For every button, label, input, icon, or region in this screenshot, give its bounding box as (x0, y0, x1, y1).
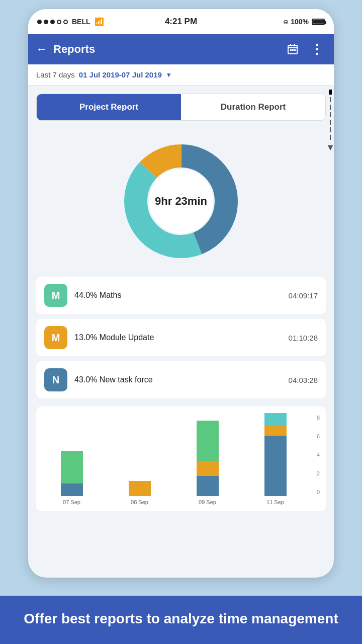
bar-seg-11sep-3 (264, 413, 287, 426)
legend-time-module: 01:10:28 (289, 334, 318, 342)
legend-icon-newtask: N (44, 368, 67, 391)
scroll-dash-2 (330, 97, 331, 102)
battery-percent: 100% (291, 18, 309, 26)
y-label-6: 6 (317, 433, 320, 439)
bar-seg-11sep-2 (264, 426, 287, 436)
bar-stack-07sep (61, 451, 83, 496)
bar-group-11sep: 11 Sep (246, 413, 305, 505)
legend-icon-label-module: M (52, 332, 60, 344)
date-filter-bar[interactable]: Last 7 days 01 Jul 2019-07 Jul 2019 ▼ (28, 64, 334, 86)
legend-text-newtask: 43.0% New task force (74, 375, 282, 384)
battery-fill (313, 20, 324, 24)
y-label-8: 8 (317, 415, 320, 421)
bar-label-07sep: 07 Sep (63, 499, 80, 505)
dot5 (63, 20, 68, 24)
legend-icon-label-newtask: N (52, 374, 59, 386)
status-right: ⍾ 100% (284, 18, 325, 26)
bar-label-08sep: 08 Sep (131, 499, 148, 505)
phone-frame: BELL 📶 4:21 PM ⍾ 100% ← Reports ⋮ (28, 9, 334, 578)
main-content: 9hr 23min M 44.0% Maths 04:09:17 M (28, 121, 334, 519)
bar-group-09sep: 09 Sep (178, 421, 237, 505)
scroll-dash-3 (330, 105, 331, 110)
bar-group-07sep: 07 Sep (42, 451, 101, 505)
bar-seg-07sep-1 (61, 484, 83, 496)
legend-icon-module: M (44, 326, 67, 349)
dot2 (44, 20, 48, 24)
svg-rect-6 (294, 49, 296, 51)
status-left: BELL 📶 (37, 17, 104, 26)
donut-chart: 9hr 23min (116, 136, 246, 267)
scroll-arrow-icon: ▼ (326, 142, 334, 153)
back-button[interactable]: ← (36, 43, 47, 56)
svg-rect-5 (292, 49, 294, 51)
legend-item-module: M 13.0% Module Update 01:10:28 (36, 319, 326, 356)
scroll-dash-4 (330, 112, 331, 117)
navbar: ← Reports ⋮ (28, 34, 334, 64)
banner-text: Offer best reports to analyze time manag… (12, 610, 350, 628)
tab-project-report[interactable]: Project Report (37, 94, 181, 120)
bar-seg-09sep-2 (197, 461, 219, 476)
scroll-dash-7 (330, 135, 331, 140)
scroll-dash-6 (330, 127, 331, 132)
legend-list: M 44.0% Maths 04:09:17 M 13.0% Module Up… (28, 277, 334, 398)
wifi-icon: 📶 (95, 17, 104, 26)
carrier-label: BELL (72, 18, 90, 26)
legend-time-newtask: 04:03:28 (289, 376, 318, 384)
y-axis-labels: 8 6 4 2 0 (317, 415, 320, 495)
legend-item-newtask: N 43.0% New task force 04:03:28 (36, 361, 326, 398)
y-label-4: 4 (317, 452, 320, 458)
donut-chart-container: 9hr 23min (28, 121, 334, 277)
dot1 (37, 20, 42, 24)
more-menu-icon[interactable]: ⋮ (308, 40, 326, 58)
donut-center-text: 9hr 23min (155, 195, 207, 208)
bar-stack-09sep (197, 421, 219, 496)
date-filter-label: Last 7 days (36, 70, 75, 79)
bluetooth-icon: ⍾ (284, 18, 288, 26)
bar-group-08sep: 08 Sep (110, 481, 169, 505)
date-range-text: 01 Jul 2019-07 Jul 2019 (79, 70, 162, 79)
battery-bar (312, 19, 325, 25)
report-tabs: Project Report Duration Report (36, 94, 326, 121)
date-chevron-icon: ▼ (166, 71, 172, 78)
bar-seg-08sep-1 (129, 481, 151, 496)
bar-stack-11sep (264, 413, 287, 496)
legend-time-maths: 04:09:17 (289, 291, 318, 300)
dot4 (57, 20, 61, 24)
calendar-icon[interactable] (284, 40, 302, 58)
dot3 (50, 20, 55, 24)
legend-icon-label-maths: M (52, 290, 60, 301)
scroll-dash-5 (330, 120, 331, 125)
legend-icon-maths: M (44, 284, 67, 307)
legend-text-maths: 44.0% Maths (74, 291, 282, 300)
bar-chart: 07 Sep 08 Sep 09 Sep (42, 415, 320, 505)
status-time: 4:21 PM (165, 17, 197, 27)
bar-seg-09sep-3 (197, 421, 219, 461)
navbar-title: Reports (53, 43, 278, 56)
bar-seg-09sep-1 (197, 476, 219, 496)
bar-seg-11sep-1 (264, 436, 287, 496)
legend-item-maths: M 44.0% Maths 04:09:17 (36, 277, 326, 314)
scroll-indicator: ▼ (326, 90, 334, 153)
status-bar: BELL 📶 4:21 PM ⍾ 100% (28, 9, 334, 34)
y-label-2: 2 (317, 470, 320, 476)
bar-chart-container: 07 Sep 08 Sep 09 Sep (36, 407, 326, 511)
legend-text-module: 13.0% Module Update (74, 333, 282, 342)
tab-duration-report[interactable]: Duration Report (181, 94, 325, 120)
bar-label-09sep: 09 Sep (199, 499, 216, 505)
bar-label-11sep: 11 Sep (266, 499, 284, 505)
bar-stack-08sep (129, 481, 151, 496)
svg-rect-4 (290, 49, 292, 51)
scroll-dash-1 (329, 90, 332, 95)
bottom-banner: Offer best reports to analyze time manag… (0, 596, 362, 644)
bar-seg-07sep-2 (61, 451, 83, 484)
y-label-0: 0 (317, 489, 320, 495)
